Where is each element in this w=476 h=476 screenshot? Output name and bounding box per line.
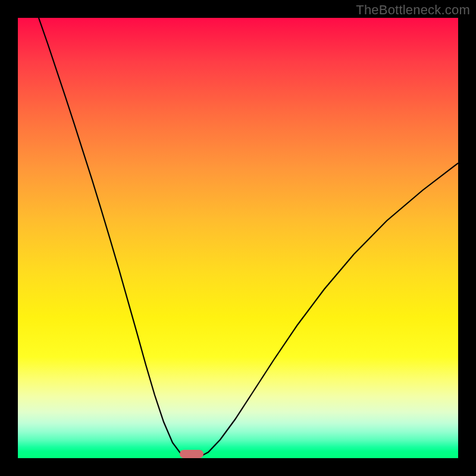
plot-container: TheBottleneck.com <box>0 0 476 476</box>
plot-area <box>18 18 458 458</box>
optimal-marker <box>180 450 203 458</box>
bottleneck-curves <box>18 18 458 458</box>
curve-left <box>39 18 190 458</box>
curve-right <box>193 163 458 458</box>
watermark-text: TheBottleneck.com <box>356 2 470 18</box>
